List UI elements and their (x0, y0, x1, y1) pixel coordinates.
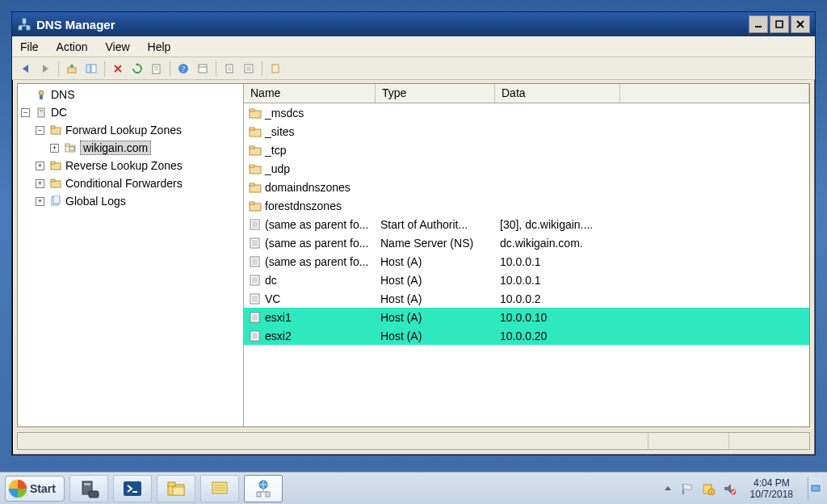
svg-rect-14 (91, 65, 96, 73)
new-record-button[interactable] (220, 60, 238, 78)
record-name: esxi1 (265, 311, 292, 324)
record-data: 10.0.0.20 (495, 330, 620, 342)
record-row[interactable]: _tcp (244, 141, 809, 159)
svg-rect-86 (250, 331, 259, 341)
svg-point-29 (39, 90, 44, 95)
svg-marker-113 (724, 484, 731, 494)
refresh-button[interactable] (128, 60, 146, 78)
properties-button[interactable] (194, 60, 212, 78)
desktop: DNS Manager File Action View Help ? (0, 0, 827, 504)
tree-label: Reverse Lookup Zones (65, 159, 183, 172)
tree-node-dc[interactable]: − DC (19, 103, 241, 121)
maximize-button[interactable] (770, 15, 789, 33)
record-row[interactable]: (same as parent fo...Host (A)10.0.0.1 (244, 252, 809, 271)
record-name: (same as parent fo... (265, 237, 368, 250)
tree-node-rlz[interactable]: + Reverse Lookup Zones (19, 157, 241, 174)
column-spacer[interactable] (620, 84, 809, 103)
collapse-icon[interactable]: − (36, 126, 44, 135)
collapse-icon[interactable]: − (21, 108, 30, 117)
record-row[interactable]: domaindnszones (244, 178, 809, 196)
menu-view[interactable]: View (102, 38, 132, 56)
close-button[interactable] (791, 15, 810, 33)
svg-rect-13 (86, 65, 90, 73)
menu-help[interactable]: Help (145, 38, 174, 56)
taskbar-item-notepad[interactable] (200, 475, 239, 502)
server-icon (35, 106, 48, 119)
tree-node-zone-wikigain[interactable]: + wikigain.com (19, 139, 241, 157)
tray-security-icon[interactable]: ! (702, 482, 715, 495)
tree-node-flz[interactable]: − Forward Lookup Zones (19, 121, 241, 139)
tree-node-global-logs[interactable]: + Global Logs (19, 192, 241, 210)
taskbar: Start ! 4:04 PM 10/7/2018 (0, 472, 827, 504)
export-list-button[interactable] (148, 60, 166, 78)
record-data: 10.0.0.1 (495, 255, 620, 268)
expand-icon[interactable]: + (50, 144, 59, 153)
taskbar-item-powershell[interactable] (113, 475, 152, 502)
record-type: Host (A) (376, 330, 495, 342)
svg-text:?: ? (182, 65, 186, 74)
svg-marker-12 (69, 64, 74, 67)
tree-node-conditional-forwarders[interactable]: + Conditional Forwarders (19, 174, 241, 192)
record-row[interactable]: (same as parent fo...Name Server (NS)dc.… (244, 233, 809, 252)
record-row[interactable]: _msdcs (244, 103, 809, 122)
svg-rect-53 (250, 183, 254, 186)
record-row[interactable]: forestdnszones (244, 196, 809, 215)
record-data: dc.wikigain.com. (495, 237, 620, 250)
client-area: DNS − DC − Forward Lookup Zones + wikiga… (17, 83, 810, 427)
menu-file[interactable]: File (17, 38, 42, 56)
record-name: (same as parent fo... (265, 218, 368, 231)
clock-time: 4:04 PM (750, 477, 793, 489)
svg-rect-98 (173, 487, 184, 495)
up-one-level-button[interactable] (63, 60, 81, 78)
svg-rect-6 (776, 21, 783, 27)
list-body[interactable]: _msdcs_sites_tcp_udpdomaindnszonesforest… (244, 103, 809, 426)
minimize-button[interactable] (749, 15, 768, 33)
taskbar-item-server-manager[interactable] (69, 475, 108, 502)
tree-node-dns[interactable]: DNS (19, 86, 241, 103)
svg-marker-9 (23, 65, 28, 73)
record-row[interactable]: VCHost (A)10.0.0.2 (244, 289, 809, 308)
folder-icon (249, 125, 262, 138)
record-row[interactable]: _sites (244, 122, 809, 141)
svg-rect-3 (27, 26, 30, 30)
record-type: Host (A) (376, 255, 495, 268)
taskbar-item-dns-manager[interactable] (244, 475, 283, 502)
nav-back-button[interactable] (17, 60, 35, 78)
svg-rect-105 (266, 492, 270, 497)
tray-flag-icon[interactable] (681, 482, 694, 495)
action-pane-button[interactable] (267, 60, 284, 78)
menu-action[interactable]: Action (53, 38, 91, 56)
titlebar[interactable]: DNS Manager (12, 12, 815, 36)
start-button[interactable]: Start (5, 476, 65, 502)
column-name[interactable]: Name (244, 84, 376, 103)
help-button[interactable]: ? (174, 60, 192, 78)
taskbar-item-explorer[interactable] (157, 475, 195, 502)
svg-rect-93 (89, 491, 99, 498)
svg-rect-34 (51, 126, 55, 128)
column-type[interactable]: Type (376, 84, 495, 103)
record-row[interactable]: esxi2Host (A)10.0.0.20 (244, 326, 809, 345)
filter-button[interactable] (240, 60, 258, 78)
show-desktop-button[interactable] (808, 477, 822, 500)
record-data: [30], dc.wikigain.... (495, 218, 620, 231)
toolbar: ? (12, 57, 815, 80)
scope-tree[interactable]: DNS − DC − Forward Lookup Zones + wikiga… (18, 84, 244, 426)
delete-button[interactable] (109, 60, 127, 78)
record-row[interactable]: (same as parent fo...Start of Authorit..… (244, 215, 809, 233)
record-row[interactable]: dcHost (A)10.0.0.1 (244, 271, 809, 289)
statusbar (17, 432, 810, 450)
expand-icon[interactable]: + (36, 162, 44, 170)
show-hide-tree-button[interactable] (82, 60, 100, 78)
expand-icon[interactable]: + (36, 197, 44, 206)
column-data[interactable]: Data (495, 84, 620, 103)
nav-forward-button[interactable] (36, 60, 54, 78)
taskbar-clock[interactable]: 4:04 PM 10/7/2018 (745, 477, 798, 500)
record-icon (249, 255, 262, 268)
record-row[interactable]: _udp (244, 159, 809, 178)
expand-icon[interactable]: + (36, 179, 44, 188)
record-icon (249, 218, 262, 231)
start-label: Start (30, 482, 56, 495)
tray-chevron-icon[interactable] (663, 484, 673, 494)
record-row[interactable]: esxi1Host (A)10.0.0.10 (244, 308, 809, 326)
tray-volume-icon[interactable] (723, 482, 736, 495)
